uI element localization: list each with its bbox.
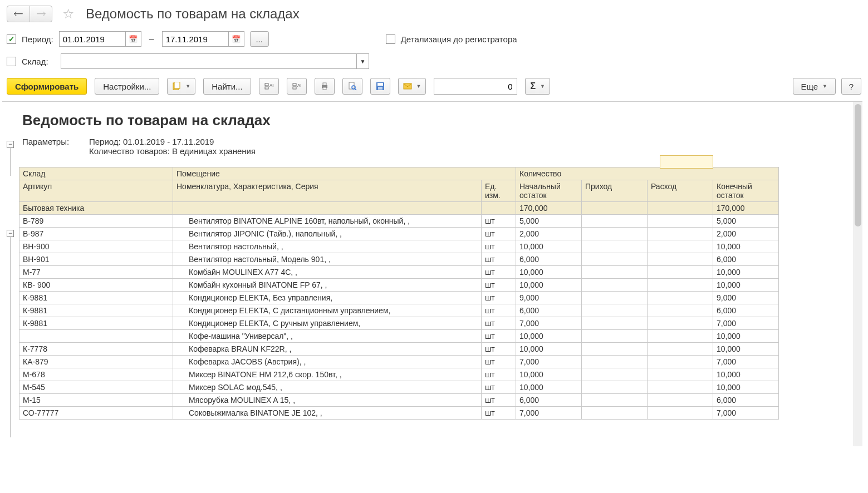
date-from-field: 📅 — [59, 31, 141, 47]
table-row[interactable]: М-545Миксер SOLAC мод.545, ,шт10,00010,0… — [19, 381, 779, 394]
print-button[interactable] — [315, 78, 335, 95]
svg-rect-3 — [265, 87, 268, 89]
find-button[interactable]: Найти... — [203, 78, 251, 95]
table-row[interactable]: СО-77777Соковыжималка BINATONE JE 102, ,… — [19, 407, 779, 420]
period-checkbox[interactable] — [7, 34, 16, 44]
table-row[interactable]: М-77Комбайн MOULINEX A77 4C, ,шт10,00010… — [19, 266, 779, 279]
param-period: Период: 01.01.2019 - 17.11.2019 — [89, 137, 256, 146]
filter-row-period: Период: 📅 – 📅 ... Детализация до регистр… — [0, 26, 868, 50]
svg-rect-9 — [323, 83, 326, 85]
table-row[interactable]: К-7778Кофеварка BRAUN KF22R, ,шт10,00010… — [19, 343, 779, 356]
variant-button[interactable]: ▼ — [167, 78, 195, 95]
tree-gutter: − − — [2, 102, 19, 446]
warehouse-checkbox[interactable] — [7, 57, 16, 66]
nav-buttons: 🡐 🡒 — [7, 6, 52, 22]
calendar-icon[interactable]: 📅 — [228, 32, 244, 46]
table-row[interactable]: В-789Вентилятор BINATONE ALPINE 160вт, н… — [19, 215, 779, 228]
tree-collapse-handle[interactable]: − — [7, 230, 14, 237]
col-qty[interactable]: Количество — [516, 167, 779, 180]
group-row[interactable]: Бытовая техника170,000170,000 — [19, 202, 779, 215]
report-title: Ведомость по товарам на складах — [19, 102, 852, 134]
date-to-field: 📅 — [162, 31, 244, 47]
svg-rect-6 — [293, 87, 296, 89]
period-label: Период: — [22, 34, 53, 44]
sum-field[interactable] — [434, 78, 517, 95]
col-end[interactable]: Конечный остаток — [713, 180, 779, 202]
svg-line-13 — [355, 88, 356, 90]
col-start[interactable]: Начальный остаток — [516, 180, 582, 202]
params-label: Параметры: — [22, 137, 78, 156]
svg-rect-10 — [323, 87, 326, 90]
favorite-star-icon[interactable]: ☆ — [61, 7, 76, 21]
chevron-down-icon[interactable]: ▼ — [356, 54, 369, 68]
selected-cell[interactable] — [660, 155, 713, 169]
table-row[interactable]: В-987Вентилятор JIPONIC (Тайв.), напольн… — [19, 228, 779, 240]
scrollbar-thumb[interactable] — [855, 104, 861, 226]
col-room[interactable]: Помещение — [173, 167, 516, 180]
preview-button[interactable] — [342, 78, 362, 95]
svg-text:ABC: ABC — [297, 83, 301, 88]
col-warehouse[interactable]: Склад — [19, 167, 173, 180]
table-row[interactable]: К-9881Кондиционер ELEKTA, С ручным управ… — [19, 317, 779, 330]
table-row[interactable]: ВН-900Вентилятор настольный, ,шт10,00010… — [19, 240, 779, 253]
table-row[interactable]: ВН-901Вентилятор настольный, Модель 901,… — [19, 253, 779, 266]
save-button[interactable] — [370, 78, 390, 95]
more-button[interactable]: Еще ▼ — [793, 78, 836, 95]
table-row[interactable]: Кофе-машина "Универсал", ,шт10,00010,000 — [19, 330, 779, 343]
titlebar: 🡐 🡒 ☆ Ведомость по товарам на складах — [0, 0, 868, 26]
generate-button[interactable]: Сформировать — [7, 78, 87, 95]
warehouse-combo: ▼ — [61, 53, 369, 69]
expand-groups-button[interactable]: ABC — [287, 78, 307, 95]
table-row[interactable]: М-678Миксер BINATONE HM 212,6 скор. 150в… — [19, 368, 779, 381]
col-unit[interactable]: Ед. изм. — [482, 180, 516, 202]
table-row[interactable]: КВ- 900Комбайн кухонный BINATONE FP 67, … — [19, 279, 779, 292]
table-row[interactable]: К-9881Кондиционер ELEKTA, С дистанционны… — [19, 304, 779, 317]
svg-rect-5 — [293, 83, 296, 86]
detail-checkbox[interactable] — [386, 34, 395, 44]
toolbar: Сформировать Настройки... ▼ Найти... ABC… — [0, 75, 868, 101]
detail-group: Детализация до регистратора — [386, 34, 517, 44]
date-to-input[interactable] — [163, 32, 228, 46]
report-area: − − Ведомость по товарам на складах Пара… — [2, 101, 862, 446]
detail-label: Детализация до регистратора — [401, 34, 517, 44]
col-article[interactable]: Артикул — [19, 180, 173, 202]
svg-rect-2 — [265, 83, 268, 86]
help-button[interactable]: ? — [841, 78, 861, 95]
report-table: Склад Помещение Количество Артикул Номен… — [19, 167, 779, 420]
table-row[interactable]: К-9881Кондиционер ELEKTA, Без управления… — [19, 292, 779, 304]
forward-button[interactable]: 🡒 — [30, 6, 52, 22]
scrollbar-track[interactable] — [854, 102, 862, 446]
tree-collapse-handle[interactable]: − — [7, 141, 14, 148]
back-button[interactable]: 🡐 — [7, 6, 30, 22]
table-row[interactable]: КА-879Кофеварка JACOBS (Австрия), ,шт7,0… — [19, 356, 779, 368]
filter-row-warehouse: Склад: ▼ — [0, 50, 868, 75]
svg-text:ABC: ABC — [269, 83, 273, 88]
warehouse-label: Склад: — [22, 57, 55, 66]
table-row[interactable]: М-15Мясорубка MOULINEX A 15, ,шт6,0006,0… — [19, 394, 779, 407]
collapse-groups-button[interactable]: ABC — [259, 78, 279, 95]
date-from-input[interactable] — [60, 32, 125, 46]
col-income[interactable]: Приход — [582, 180, 648, 202]
calendar-icon[interactable]: 📅 — [125, 32, 141, 46]
report-params: Параметры: Период: 01.01.2019 - 17.11.20… — [19, 134, 852, 159]
svg-rect-1 — [174, 82, 180, 88]
email-button[interactable]: ▼ — [398, 78, 426, 95]
param-qty: Количество товаров: В единицах хранения — [89, 146, 256, 156]
sigma-button[interactable]: Σ ▼ — [525, 78, 550, 95]
col-expense[interactable]: Расход — [648, 180, 713, 202]
svg-rect-16 — [378, 87, 382, 90]
warehouse-input[interactable] — [61, 54, 356, 68]
settings-button[interactable]: Настройки... — [95, 78, 159, 95]
report-scroll[interactable]: Ведомость по товарам на складах Параметр… — [19, 102, 852, 446]
period-choice-button[interactable]: ... — [250, 31, 269, 47]
col-nomen[interactable]: Номенклатура, Характеристика, Серия — [173, 180, 482, 202]
page-title: Ведомость по товарам на складах — [86, 6, 300, 22]
svg-rect-15 — [377, 83, 383, 86]
